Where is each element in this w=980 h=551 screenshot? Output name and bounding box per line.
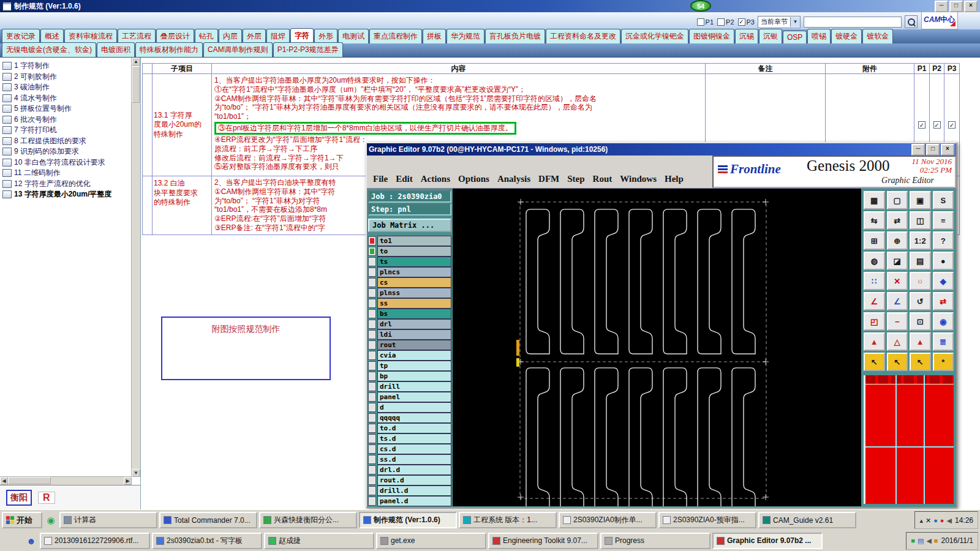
minimize-icon[interactable]: ─ — [935, 1, 948, 12]
chapter-tab[interactable]: 工程资料命名及更改 — [546, 29, 620, 43]
thumbnail-view[interactable] — [864, 375, 954, 504]
layer-visibility-checkbox[interactable] — [368, 382, 376, 391]
chapter-tab[interactable]: 沉银 — [759, 29, 782, 43]
layer-row[interactable]: ts — [368, 257, 451, 267]
swap-right-icon[interactable]: ⇄ — [887, 211, 908, 230]
layer-name[interactable]: cvia — [377, 350, 451, 361]
page-checkbox[interactable]: P1 — [697, 18, 714, 26]
chapter-tab[interactable]: 叠层设计 — [156, 29, 194, 43]
scroll-up-icon[interactable]: ▲ — [132, 58, 140, 66]
layer-name[interactable]: plnss — [377, 288, 451, 298]
display-icon[interactable]: ▢ — [887, 191, 908, 209]
layer-visibility-checkbox[interactable] — [368, 403, 376, 412]
help-icon[interactable]: ? — [933, 231, 954, 250]
layer-row[interactable]: ldi — [368, 329, 451, 340]
chapter-tab[interactable]: 资料审核流程 — [64, 29, 117, 43]
expand-tray-icon[interactable]: ▴ — [919, 517, 923, 524]
layer-row[interactable]: plnss — [368, 288, 451, 298]
messenger-icon[interactable]: ☻ — [24, 534, 38, 547]
layer-name[interactable]: ldi — [377, 329, 451, 340]
page-checkbox[interactable]: P3 — [738, 18, 755, 26]
tree-item[interactable]: 7 字符打印机 — [2, 125, 130, 136]
menu-item[interactable]: Actions — [421, 174, 450, 184]
layer-visibility-checkbox[interactable] — [368, 372, 376, 381]
tree-item[interactable]: 3 碳油制作 — [2, 82, 130, 93]
circle-icon[interactable]: ○ — [910, 272, 931, 290]
blue-app-tray-icon[interactable]: ● — [933, 517, 938, 524]
close-icon[interactable]: × — [941, 144, 954, 156]
cursor2-yellow-icon[interactable]: ↖ — [887, 353, 908, 371]
layer-row[interactable]: rout.d — [368, 475, 451, 485]
delete-x-icon[interactable]: ✕ — [887, 272, 908, 290]
layer-row[interactable]: to.d — [368, 423, 451, 433]
chapter-tab[interactable]: 电镀面积 — [97, 42, 135, 57]
menu-item[interactable]: Step — [567, 174, 584, 184]
layer-name[interactable]: drill — [377, 381, 451, 392]
layer-name[interactable]: ss.d — [377, 454, 451, 465]
points-icon[interactable]: ∷ — [864, 272, 885, 290]
target-icon[interactable]: ⊕ — [887, 231, 908, 250]
layer-name[interactable]: ss — [377, 298, 451, 309]
film-icon[interactable]: ▣ — [910, 191, 931, 209]
r-button[interactable]: R — [38, 492, 55, 504]
split-view-icon[interactable]: ◫ — [910, 211, 931, 230]
panel-icon[interactable]: ▦ — [864, 191, 885, 209]
menu-item[interactable]: Options — [458, 174, 489, 184]
layer-row[interactable]: cvia — [368, 350, 451, 361]
taskbar-button[interactable]: 20130916122729906.rtf... — [40, 533, 150, 549]
layer-row[interactable]: cs — [368, 277, 451, 288]
layer-row[interactable]: drl — [368, 319, 451, 329]
layer-visibility-checkbox[interactable] — [368, 340, 376, 350]
tree-item[interactable]: 13 字符厚度最小20um/平整度 — [2, 189, 130, 200]
chapter-tab[interactable]: 图镀铜镍金 — [689, 29, 734, 43]
taskbar-button[interactable]: 工程系统 版本：1... — [459, 512, 557, 528]
scroll-right-icon[interactable]: ▶ — [124, 477, 132, 485]
chapter-tab[interactable]: 无镍电镀金(含硬金、软金) — [2, 42, 96, 57]
minimize-icon[interactable]: ─ — [911, 144, 925, 156]
taskbar-button[interactable]: get.exe — [376, 533, 486, 549]
layer-row[interactable]: d — [368, 402, 451, 413]
tree-item[interactable]: 12 字符生产流程的优化 — [2, 179, 130, 190]
layer-row[interactable]: drl.d — [368, 465, 451, 475]
taskbar-button[interactable]: 赵成捷 — [264, 533, 374, 549]
layer-name[interactable]: plncs — [377, 267, 451, 277]
layer-row[interactable]: tp — [368, 361, 451, 371]
layer-name[interactable]: to1 — [377, 236, 451, 246]
layer-name[interactable]: d — [377, 402, 451, 413]
layer-name[interactable]: panel — [377, 392, 451, 402]
menu-item[interactable]: Edit — [396, 174, 413, 184]
layer-row[interactable]: cs.d — [368, 444, 451, 454]
layer-visibility-checkbox[interactable] — [368, 257, 376, 266]
layer-name[interactable]: qqqqq — [377, 413, 451, 423]
scale-1to2-icon[interactable]: 1:2 — [910, 231, 931, 250]
layer-row[interactable]: panel — [368, 392, 451, 402]
layer-row[interactable]: to — [368, 246, 451, 257]
menu-item[interactable]: Rout — [593, 174, 612, 184]
checkbox-icon[interactable] — [717, 18, 725, 26]
layer-visibility-checkbox[interactable] — [368, 247, 376, 256]
chapter-tab[interactable]: 钻孔 — [195, 29, 218, 43]
taskbar-button[interactable]: Graphic Editor 9.07b2 ... — [712, 533, 823, 549]
cut-tray-icon[interactable]: ✕ — [925, 517, 931, 524]
chapter-tab[interactable]: 拼板 — [423, 29, 446, 43]
layer-name[interactable]: drl — [377, 319, 451, 329]
shade-icon[interactable]: ◍ — [864, 252, 885, 270]
box-dot-icon[interactable]: ⊡ — [910, 312, 931, 331]
layer-row[interactable]: bs — [368, 309, 451, 319]
layer-name[interactable]: bp — [377, 371, 451, 381]
tree-item[interactable]: 9 识别码的添加要求 — [2, 146, 130, 157]
search-button[interactable] — [905, 15, 918, 28]
dot-icon[interactable]: ● — [933, 252, 954, 270]
list-icon[interactable]: ≡ — [933, 211, 954, 230]
taskbar-button[interactable]: 2S0390ZIA0-预审指... — [658, 512, 756, 528]
scroll-thumb[interactable] — [132, 66, 140, 103]
maximize-icon[interactable]: □ — [949, 1, 963, 12]
corner-fill-icon[interactable]: ◪ — [887, 252, 908, 270]
site-hengyang-button[interactable]: 衡阳 — [6, 490, 32, 506]
editor-canvas[interactable] — [453, 189, 861, 506]
chapter-tab[interactable]: 内层 — [219, 29, 242, 43]
taskbar-button[interactable]: Engineering Toolkit 9.07... — [488, 533, 598, 549]
cursor-yellow-icon[interactable]: ↖ — [864, 353, 885, 371]
chapter-tab[interactable]: 字符 — [290, 28, 314, 43]
taskbar-button[interactable]: Total Commander 7.0... — [159, 512, 257, 528]
